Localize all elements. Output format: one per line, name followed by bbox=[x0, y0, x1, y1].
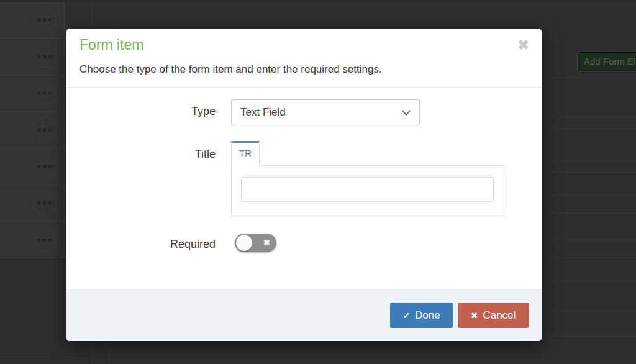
type-label: Type bbox=[91, 105, 216, 118]
done-button[interactable]: ✔ Done bbox=[390, 303, 453, 328]
row-actions-button[interactable] bbox=[33, 45, 56, 68]
title-input[interactable] bbox=[241, 177, 494, 202]
title-tab-panel bbox=[231, 165, 504, 216]
row-actions-button[interactable] bbox=[33, 192, 56, 215]
table-row bbox=[0, 2, 64, 39]
chevron-down-icon bbox=[402, 110, 411, 116]
background-row-divider bbox=[0, 353, 92, 353]
type-select-value: Text Field bbox=[240, 106, 402, 119]
modal-title: Form item bbox=[80, 37, 144, 53]
close-icon[interactable]: ✖ bbox=[518, 39, 529, 52]
ellipsis-icon bbox=[37, 55, 40, 58]
type-select[interactable]: Text Field bbox=[231, 99, 420, 125]
modal-subtitle: Choose the type of the form item and ent… bbox=[80, 63, 382, 76]
x-icon: ✖ bbox=[471, 311, 478, 320]
table-row bbox=[0, 75, 64, 112]
form-item-modal: Form item ✖ Choose the type of the form … bbox=[66, 29, 542, 341]
required-toggle[interactable]: ✖ bbox=[235, 234, 276, 252]
background-left-column bbox=[0, 2, 65, 258]
modal-footer: ✔ Done ✖ Cancel bbox=[66, 289, 542, 341]
row-actions-button[interactable] bbox=[33, 229, 56, 252]
table-row bbox=[0, 222, 64, 258]
cancel-button-label: Cancel bbox=[483, 309, 516, 322]
ellipsis-icon bbox=[37, 239, 40, 242]
background-column-divider bbox=[109, 341, 109, 364]
title-label: Title bbox=[91, 148, 216, 161]
row-actions-button[interactable] bbox=[33, 82, 56, 105]
ellipsis-icon bbox=[37, 202, 40, 205]
table-row bbox=[0, 148, 64, 185]
table-row bbox=[0, 39, 64, 75]
footer-buttons: ✔ Done ✖ Cancel bbox=[390, 303, 529, 328]
ellipsis-icon bbox=[37, 19, 40, 22]
toggle-knob bbox=[236, 235, 252, 251]
ellipsis-icon bbox=[37, 165, 40, 168]
tab-tr[interactable]: TR bbox=[231, 141, 260, 166]
table-row bbox=[0, 185, 64, 222]
ellipsis-icon bbox=[37, 129, 40, 132]
check-icon: ✔ bbox=[402, 311, 410, 320]
ellipsis-icon bbox=[37, 92, 40, 95]
background-top-strip bbox=[0, 0, 636, 2]
toggle-off-icon: ✖ bbox=[263, 238, 270, 247]
done-button-label: Done bbox=[415, 309, 440, 322]
row-actions-button[interactable] bbox=[33, 9, 56, 32]
required-label: Required bbox=[91, 238, 216, 251]
modal-header: Form item ✖ Choose the type of the form … bbox=[66, 29, 542, 88]
cancel-button[interactable]: ✖ Cancel bbox=[458, 303, 529, 328]
add-form-element-button[interactable]: Add Form El bbox=[578, 52, 636, 71]
table-row bbox=[0, 112, 64, 148]
row-actions-button[interactable] bbox=[33, 155, 56, 178]
row-actions-button[interactable] bbox=[33, 119, 56, 142]
